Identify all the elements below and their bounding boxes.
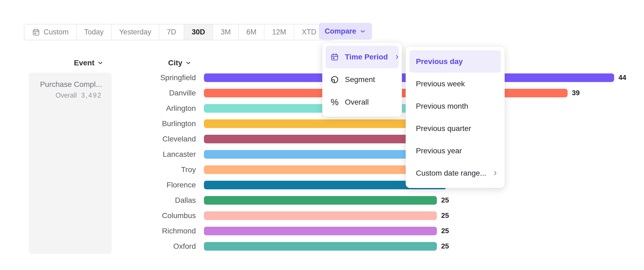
bar-row-springfield: Springfield44	[0, 70, 644, 85]
calendar-icon	[32, 28, 40, 36]
city-label: Troy	[0, 165, 196, 174]
menu-item-label: Segment	[345, 75, 375, 84]
city-label: Cleveland	[0, 135, 196, 143]
compare-button[interactable]: Compare	[319, 23, 372, 40]
range-button-30d[interactable]: 30D	[184, 24, 213, 40]
bar-value: 44	[618, 73, 626, 82]
range-button-custom[interactable]: Custom	[24, 24, 77, 40]
bar-value: 25	[441, 196, 449, 204]
chevron-down-icon	[185, 60, 192, 66]
range-button-label: 7D	[167, 28, 176, 36]
range-button-7d[interactable]: 7D	[159, 24, 184, 40]
range-button-label: 3M	[221, 28, 231, 36]
menu-item-label: Overall	[345, 98, 369, 106]
time-period-item-previous-month[interactable]: Previous month	[409, 95, 501, 117]
event-column-header-label: Event	[74, 59, 94, 67]
range-button-label: 30D	[192, 28, 205, 36]
city-label: Columbus	[0, 211, 196, 220]
city-column-header-label: City	[168, 59, 182, 67]
bar-row-troy: Troy	[0, 162, 644, 177]
time-period-item-custom-date-range[interactable]: Custom date range...	[409, 162, 501, 184]
range-button-label: 6M	[246, 28, 257, 36]
menu-item-label: Previous year	[416, 147, 462, 155]
chevron-right-icon	[394, 54, 400, 60]
range-button-label: Custom	[44, 28, 69, 36]
menu-item-label: Custom date range...	[416, 169, 486, 177]
bar-row-burlington: Burlington	[0, 116, 644, 131]
city-label: Florence	[0, 181, 196, 189]
city-label: Springfield	[0, 73, 196, 82]
range-button-6m[interactable]: 6M	[239, 24, 265, 40]
range-button-label: 12M	[272, 28, 286, 36]
time-period-submenu: Previous dayPrevious weekPrevious monthP…	[406, 47, 505, 188]
menu-item-label: Previous week	[416, 80, 465, 88]
city-label: Burlington	[0, 119, 196, 128]
time-period-item-previous-year[interactable]: Previous year	[409, 140, 501, 162]
bar-row-arlington: Arlington	[0, 101, 644, 116]
compare-button-label: Compare	[325, 27, 356, 35]
bar-row-lancaster: Lancaster	[0, 147, 644, 162]
chevron-down-icon	[359, 28, 366, 35]
bar-row-richmond: Richmond25	[0, 223, 644, 239]
compare-menu: Time PeriodSegment%Overall	[322, 42, 402, 117]
menu-item-label: Previous quarter	[416, 124, 471, 133]
compare-menu-item-overall[interactable]: %Overall	[325, 91, 399, 113]
bar-row-cleveland: Cleveland	[0, 131, 644, 147]
bar-value: 25	[441, 227, 449, 235]
chevron-down-icon	[97, 60, 104, 66]
city-label: Richmond	[0, 227, 196, 235]
bar-row-dallas: Dallas25	[0, 193, 644, 208]
range-button-yesterday[interactable]: Yesterday	[112, 24, 159, 40]
bar-value: 25	[441, 242, 449, 250]
city-label: Arlington	[0, 104, 196, 113]
bar-oxford[interactable]	[204, 242, 437, 251]
compare-menu-item-segment[interactable]: Segment	[325, 68, 399, 91]
time-period-item-previous-quarter[interactable]: Previous quarter	[409, 117, 501, 140]
bar-value: 39	[572, 89, 580, 97]
chevron-right-icon	[492, 170, 498, 176]
range-button-label: XTD	[302, 28, 316, 36]
city-label: Danville	[0, 89, 196, 97]
compare-menu-item-time-period[interactable]: Time Period	[325, 46, 399, 68]
menu-item-label: Previous day	[416, 57, 463, 66]
bar-row-oxford: Oxford25	[0, 239, 644, 254]
range-button-label: Yesterday	[119, 28, 151, 36]
bar-dallas[interactable]	[204, 196, 437, 205]
range-button-label: Today	[84, 28, 104, 36]
bar-value: 25	[441, 211, 449, 220]
bar-row-columbus: Columbus25	[0, 208, 644, 223]
menu-item-label: Previous month	[416, 102, 468, 111]
menu-item-label: Time Period	[345, 53, 388, 61]
range-button-12m[interactable]: 12M	[264, 24, 294, 40]
city-label: Oxford	[0, 242, 196, 251]
bar-columbus[interactable]	[204, 211, 437, 220]
time-period-item-previous-week[interactable]: Previous week	[409, 73, 501, 95]
range-button-3m[interactable]: 3M	[213, 24, 239, 40]
event-column-header[interactable]: Event	[46, 59, 104, 67]
city-label: Dallas	[0, 196, 196, 205]
range-button-today[interactable]: Today	[77, 24, 112, 40]
calendar-icon	[330, 53, 339, 61]
city-column-header[interactable]: City	[168, 59, 192, 67]
date-range-toolbar: CustomTodayYesterday7D30D3M6M12MXTD	[24, 24, 335, 40]
segment-icon	[330, 75, 339, 84]
percent-icon: %	[330, 97, 339, 107]
bar-row-danville: Danville39	[0, 85, 644, 101]
bar-row-florence: Florence	[0, 177, 644, 193]
city-label: Lancaster	[0, 150, 196, 159]
bar-richmond[interactable]	[204, 227, 437, 235]
time-period-item-previous-day[interactable]: Previous day	[409, 50, 501, 73]
city-bar-chart: Springfield44Danville39ArlingtonBurlingt…	[0, 70, 644, 254]
